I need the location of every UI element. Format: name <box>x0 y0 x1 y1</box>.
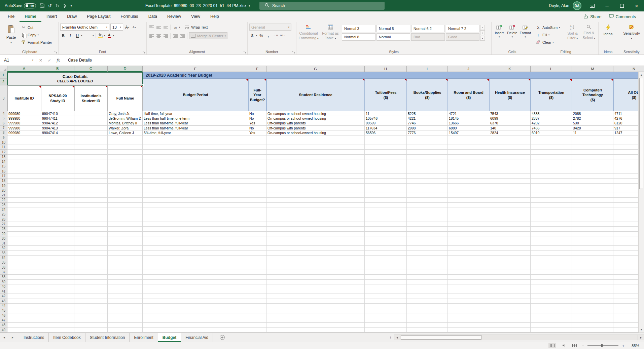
zoom-level[interactable]: 85% <box>628 344 639 348</box>
style-normal-6-2[interactable]: Normal 6 2 <box>411 25 445 32</box>
decrease-font-size-button[interactable]: A▾ <box>131 24 137 30</box>
page-layout-view-button[interactable] <box>560 343 567 348</box>
row-header-1[interactable]: 1 <box>0 72 7 79</box>
row-header-13[interactable]: 13 <box>0 155 7 159</box>
formula-input[interactable]: Case Details <box>63 58 92 63</box>
cancel-button[interactable]: ✕ <box>36 58 45 63</box>
sheet-tab-enrollment[interactable]: Enrollment <box>130 333 158 342</box>
cell-B8[interactable]: 99047414 <box>41 130 74 135</box>
insert-function-button[interactable]: fx <box>54 57 63 63</box>
autosum-button[interactable]: ΣAutoSum▾ <box>535 24 564 31</box>
scroll-left-button[interactable]: ◂ <box>394 335 400 340</box>
cell-A5[interactable]: 999980 <box>7 116 41 121</box>
column-title-G[interactable]: Student Residence <box>266 79 365 111</box>
cell-I5[interactable]: 4221 <box>407 116 448 121</box>
cell-A7[interactable]: 999980 <box>7 126 41 130</box>
column-header-I[interactable]: I <box>407 66 448 72</box>
row-header-5[interactable]: 5 <box>0 116 7 121</box>
row-header-36[interactable]: 36 <box>0 265 7 270</box>
sheet-nav-left[interactable]: ◂ <box>0 333 8 342</box>
row-header-22[interactable]: 22 <box>0 198 7 202</box>
column-title-A[interactable]: Institute ID <box>7 85 41 111</box>
format-as-table-button[interactable]: Format as Table ▾ <box>320 24 341 41</box>
cell-G5[interactable]: On-campus or school-owned housing <box>266 116 365 121</box>
cut-button[interactable]: ✂Cut <box>20 24 53 31</box>
row-header-31[interactable]: 31 <box>0 241 7 246</box>
cell-D6[interactable]: Montas, Brittney II <box>108 121 143 126</box>
cell-F5[interactable]: No <box>248 116 266 121</box>
page-break-view-button[interactable] <box>571 343 578 348</box>
horizontal-scroll-thumb[interactable] <box>401 335 481 340</box>
cell-M6[interactable]: 530 <box>572 121 613 126</box>
sheet-tab-student-information[interactable]: Student Information <box>85 333 130 342</box>
row-header-14[interactable]: 14 <box>0 159 7 164</box>
cell-M7[interactable]: 3428 <box>572 126 613 130</box>
cell-L7[interactable]: 7466 <box>531 126 572 130</box>
sheet-tab-budget[interactable]: Budget <box>158 333 181 342</box>
row-header-21[interactable]: 21 <box>0 193 7 198</box>
ribbon-tab-page-layout[interactable]: Page Layout <box>82 11 115 22</box>
column-title-C[interactable]: Institution's Student ID <box>74 85 108 111</box>
cell-D8[interactable]: Lowe, Colleen J <box>108 130 143 135</box>
comments-button[interactable]: Comments <box>609 14 636 20</box>
row-header-11[interactable]: 11 <box>0 145 7 150</box>
sheet-tab-instructions[interactable]: Instructions <box>19 333 49 342</box>
cell-E4[interactable]: Half-time, full-year <box>143 111 248 116</box>
enter-button[interactable]: ✓ <box>45 58 54 63</box>
case-details-cell[interactable]: Case Details CELLS ARE LOCKED <box>7 72 143 85</box>
row-header-2[interactable]: 2 <box>0 79 7 85</box>
cell-J8[interactable]: 15497 <box>448 130 489 135</box>
row-header-40[interactable]: 40 <box>0 284 7 289</box>
row-header-24[interactable]: 24 <box>0 207 7 212</box>
row-header-41[interactable]: 41 <box>0 289 7 294</box>
increase-font-size-button[interactable]: A▴ <box>124 24 130 30</box>
column-title-D[interactable]: Full Name <box>108 85 143 111</box>
increase-indent-button[interactable] <box>179 33 185 39</box>
vertical-scrollbar[interactable]: ▴ ▾ <box>638 72 644 333</box>
column-title-F[interactable]: Full- Year Budget? <box>248 79 266 111</box>
row-header-38[interactable]: 38 <box>0 275 7 279</box>
cell-K6[interactable]: 6370 <box>489 121 531 126</box>
insert-cells-button[interactable]: Insert▾ <box>493 24 505 38</box>
user-avatar[interactable]: DA <box>573 1 581 10</box>
cells-canvas[interactable]: 2019-2020 Academic Year Budget Case Deta… <box>7 72 644 333</box>
customize-qat-chevron[interactable]: ▾ <box>71 4 72 7</box>
format-painter-button[interactable]: Format Painter <box>20 39 53 46</box>
row-header-25[interactable]: 25 <box>0 212 7 217</box>
column-header-E[interactable]: E <box>143 66 248 72</box>
column-header-N[interactable]: N <box>613 66 644 72</box>
decrease-indent-button[interactable] <box>172 33 178 39</box>
cell-G7[interactable]: Off-campus with parents <box>266 126 365 130</box>
gallery-up-button[interactable]: ▴ <box>480 25 485 30</box>
cell-L4[interactable]: 4835 <box>531 111 572 116</box>
cell-B7[interactable]: 99047413 <box>41 126 74 130</box>
clear-button[interactable]: Clear▾ <box>535 39 564 46</box>
cell-J4[interactable]: 4721 <box>448 111 489 116</box>
column-title-B[interactable]: NPSAS:20 Study ID <box>41 85 74 111</box>
row-header-6[interactable]: 6 <box>0 121 7 126</box>
row-header-4[interactable]: 4 <box>0 111 7 116</box>
delete-cells-button[interactable]: Delete▾ <box>506 24 518 38</box>
column-header-F[interactable]: F <box>248 66 266 72</box>
percent-style-button[interactable]: % <box>258 32 264 39</box>
cell-C5[interactable] <box>74 116 108 121</box>
row-header-20[interactable]: 20 <box>0 188 7 193</box>
column-title-H[interactable]: Tuition/Fees ($) <box>365 79 407 111</box>
align-middle-button[interactable] <box>155 24 162 30</box>
zoom-slider-thumb[interactable] <box>601 344 603 347</box>
cell-F4[interactable]: No <box>248 111 266 116</box>
close-button[interactable]: × <box>629 0 644 11</box>
find-select-button[interactable]: Find & Select ▾ <box>581 24 597 40</box>
row-header-48[interactable]: 48 <box>0 323 7 327</box>
column-header-M[interactable]: M <box>572 66 613 72</box>
borders-button[interactable] <box>86 32 92 39</box>
cell-B6[interactable]: 99047412 <box>41 121 74 126</box>
autosave-toggle[interactable]: AutoSave Off <box>5 3 36 8</box>
ribbon-tab-help[interactable]: Help <box>205 11 224 22</box>
column-header-G[interactable]: G <box>266 66 365 72</box>
align-right-button[interactable] <box>163 33 169 39</box>
cell-I6[interactable]: 7746 <box>407 121 448 126</box>
zoom-slider[interactable] <box>587 343 618 348</box>
select-all-button[interactable] <box>0 66 7 72</box>
ribbon-tab-formulas[interactable]: Formulas <box>116 11 143 22</box>
